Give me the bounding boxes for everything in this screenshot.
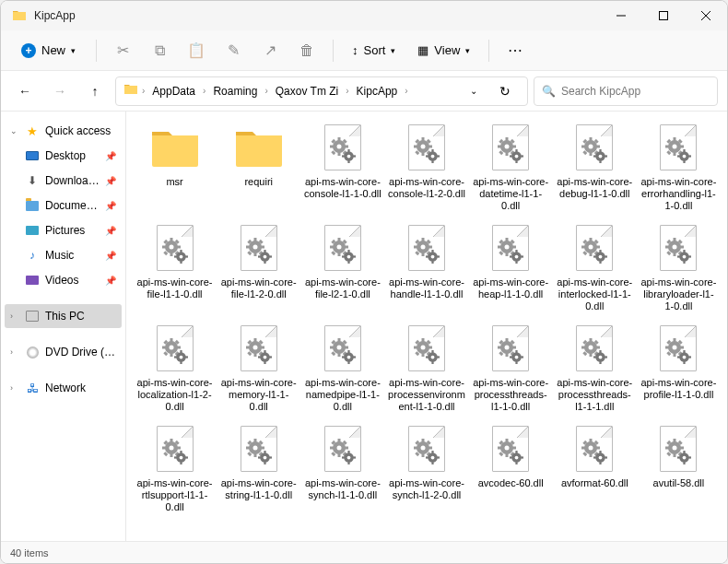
more-icon[interactable]: ⋯ [499, 36, 532, 65]
file-item[interactable]: api-ms-win-core-handle-l1-1-0.dll [385, 219, 467, 318]
svg-rect-237 [347, 361, 349, 364]
svg-rect-275 [590, 353, 593, 357]
file-item[interactable]: api-ms-win-core-string-l1-1-0.dll [217, 420, 299, 519]
refresh-icon[interactable]: ↻ [490, 76, 520, 106]
file-item[interactable]: api-ms-win-core-libraryloader-l1-1-0.dll [638, 219, 720, 318]
file-item[interactable]: api-ms-win-core-processthreads-l1-1-1.dl… [554, 320, 636, 418]
svg-rect-85 [177, 246, 181, 249]
svg-rect-223 [269, 356, 272, 358]
file-item[interactable]: api-ms-win-core-synch-l1-2-0.dll [385, 420, 467, 519]
close-button[interactable] [685, 1, 727, 30]
view-icon: ▦ [417, 43, 429, 57]
file-item[interactable]: api-ms-win-core-rtlsupport-l1-1-0.dll [134, 420, 216, 519]
chevron-right-icon[interactable]: › [10, 347, 19, 357]
svg-rect-242 [421, 338, 424, 342]
svg-point-208 [179, 356, 182, 359]
paste-icon[interactable]: 📋 [180, 36, 213, 65]
view-button[interactable]: ▦ View ▾ [408, 38, 479, 63]
history-dropdown-icon[interactable]: ⌄ [459, 76, 488, 106]
search-input[interactable]: 🔍 Search KipcApp [534, 76, 718, 106]
file-item[interactable]: api-ms-win-core-heap-l1-1-0.dll [470, 219, 552, 318]
folder-item[interactable]: msr [134, 119, 216, 217]
chevron-down-icon: ▾ [71, 46, 76, 55]
up-button[interactable]: ↑ [80, 76, 110, 106]
folder-item[interactable]: requiri [217, 119, 299, 217]
sidebar-item-videos[interactable]: Videos 📌 [5, 268, 122, 292]
svg-rect-254 [426, 356, 429, 358]
file-item[interactable]: api-ms-win-core-console-l1-1-0.dll [301, 119, 383, 217]
file-item[interactable]: api-ms-win-core-synch-l1-1-0.dll [301, 420, 383, 519]
sidebar-item-downloads[interactable]: ⬇ Downloads 📌 [5, 169, 122, 193]
navigation-pane[interactable]: ⌄ ★ Quick access Desktop 📌 ⬇ Downloads 📌… [1, 112, 126, 541]
file-item[interactable]: api-ms-win-core-localization-l1-2-0.dll [134, 320, 216, 418]
dll-file-icon [481, 124, 540, 172]
svg-rect-111 [269, 255, 272, 257]
svg-rect-238 [342, 356, 345, 358]
svg-rect-163 [590, 253, 593, 256]
sidebar-item-network[interactable]: › 🖧 Network [5, 376, 122, 400]
file-item[interactable]: avformat-60.dll [554, 420, 636, 519]
chevron-right-icon[interactable]: › [10, 383, 19, 393]
file-item[interactable]: api-ms-win-core-console-l1-2-0.dll [385, 119, 467, 217]
svg-rect-83 [170, 253, 172, 256]
svg-point-416 [683, 456, 687, 460]
file-item[interactable]: avutil-58.dll [638, 420, 720, 519]
file-item[interactable]: api-ms-win-core-namedpipe-l1-1-0.dll [301, 320, 383, 418]
breadcrumb-item[interactable]: AppData [148, 83, 199, 100]
file-item[interactable]: api-ms-win-core-file-l2-1-0.dll [301, 219, 383, 318]
svg-rect-143 [437, 255, 440, 257]
share-icon[interactable]: ↗ [253, 36, 287, 65]
sidebar-item-documents[interactable]: Documents 📌 [5, 194, 122, 217]
sidebar-item-pictures[interactable]: Pictures 📌 [5, 218, 122, 242]
svg-point-368 [431, 456, 435, 460]
file-item[interactable]: api-ms-win-core-profile-l1-1-0.dll [638, 320, 720, 418]
minimize-button[interactable] [600, 1, 642, 30]
svg-rect-228 [330, 347, 334, 349]
titlebar[interactable]: KipcApp [1, 1, 727, 30]
svg-rect-397 [600, 462, 602, 464]
sidebar-item-label: Quick access [45, 124, 116, 137]
rename-icon[interactable]: ✎ [217, 36, 250, 65]
delete-icon[interactable]: 🗑 [290, 36, 323, 65]
file-item[interactable]: api-ms-win-core-processthreads-l1-1-0.dl… [470, 320, 552, 418]
maximize-button[interactable] [642, 1, 685, 30]
breadcrumb-item[interactable]: Roaming [209, 83, 261, 100]
file-item[interactable]: api-ms-win-core-memory-l1-1-0.dll [217, 320, 299, 418]
file-item[interactable]: api-ms-win-core-file-l1-2-0.dll [217, 219, 299, 318]
sidebar-item-music[interactable]: ♪ Music 📌 [5, 243, 122, 267]
svg-rect-255 [437, 356, 440, 358]
file-item[interactable]: api-ms-win-core-datetime-l1-1-0.dll [470, 119, 552, 217]
chevron-right-icon[interactable]: › [10, 311, 19, 321]
file-name-label: api-ms-win-core-processenvironment-l1-1-… [387, 377, 465, 413]
file-item[interactable]: api-ms-win-core-debug-l1-1-0.dll [554, 119, 636, 217]
new-button[interactable]: + New ▾ [10, 38, 87, 64]
breadcrumb[interactable]: › AppData › Roaming › Qaxov Tm Zi › Kipc… [115, 76, 528, 106]
file-item[interactable]: api-ms-win-core-errorhandling-l1-1-0.dll [638, 119, 720, 217]
file-item[interactable]: avcodec-60.dll [470, 420, 552, 519]
sidebar-item-this-pc[interactable]: › This PC [5, 304, 122, 328]
file-item[interactable]: api-ms-win-core-interlocked-l1-1-0.dll [554, 219, 636, 318]
cut-icon[interactable]: ✂ [106, 36, 139, 65]
file-item[interactable]: api-ms-win-core-processenvironment-l1-1-… [385, 320, 467, 418]
svg-point-352 [346, 456, 350, 460]
svg-rect-173 [600, 261, 602, 264]
svg-rect-324 [246, 447, 250, 450]
breadcrumb-item[interactable]: Qaxov Tm Zi [272, 83, 342, 100]
sidebar-quick-access[interactable]: ⌄ ★ Quick access [5, 119, 122, 143]
forward-button[interactable]: → [45, 76, 75, 106]
file-item[interactable]: api-ms-win-core-file-l1-1-0.dll [134, 219, 216, 318]
sidebar-item-desktop[interactable]: Desktop 📌 [5, 144, 122, 168]
sort-button[interactable]: ↕ Sort ▾ [343, 38, 405, 63]
svg-point-106 [252, 245, 257, 250]
svg-point-282 [589, 346, 593, 350]
svg-rect-148 [498, 246, 501, 249]
file-list[interactable]: msrrequiriapi-ms-win-core-console-l1-1-0… [126, 112, 727, 541]
copy-icon[interactable]: ⧉ [143, 36, 176, 65]
chevron-down-icon[interactable]: ⌄ [10, 126, 19, 135]
breadcrumb-item[interactable]: KipcApp [353, 83, 402, 100]
svg-rect-175 [605, 255, 607, 257]
svg-rect-35 [506, 152, 509, 156]
back-button[interactable]: ← [10, 76, 40, 106]
svg-point-362 [420, 446, 425, 451]
sidebar-item-dvd[interactable]: › DVD Drive (D:) CCCC [5, 340, 122, 364]
